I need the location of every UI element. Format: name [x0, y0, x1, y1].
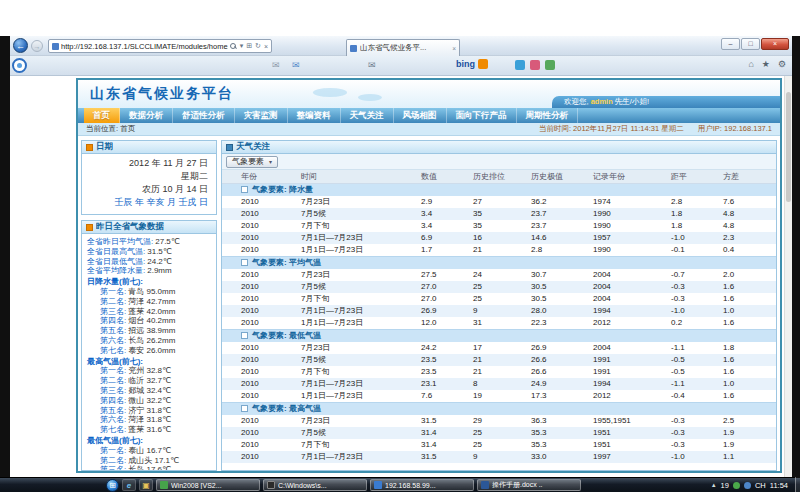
taskbar-window-button[interactable]: 192.168.58.99... — [370, 479, 474, 491]
mail-icon-2[interactable]: ✉ — [292, 60, 300, 70]
browser-tab[interactable]: 山东省气候业务平... × — [346, 39, 460, 56]
mail-icon[interactable]: ✉ — [272, 60, 280, 70]
table-row[interactable]: 20101月1日—7月23日7.61917.32012-0.41.6 — [222, 390, 776, 403]
autocomplete-dropdown-icon[interactable]: ▾ — [240, 42, 244, 50]
group-row[interactable]: 气象要素: 降水量 — [222, 183, 776, 196]
mail-icon-3[interactable]: ✉ — [368, 60, 376, 70]
tray-badge[interactable]: 19 — [721, 481, 729, 490]
taskbar-window-button[interactable]: C:\Windows\s... — [263, 479, 367, 491]
tray-shield-icon[interactable] — [733, 482, 740, 489]
checkbox-icon[interactable] — [241, 186, 248, 193]
nav-item[interactable]: 周期性分析 — [517, 108, 579, 123]
explorer-taskbar-icon[interactable]: ▣ — [139, 479, 153, 491]
column-header[interactable]: 历史排位 — [470, 170, 528, 183]
language-indicator[interactable]: CH — [755, 481, 766, 490]
table-row[interactable]: 20101月1日—7月23日12.03122.320120.21.6 — [222, 317, 776, 330]
column-header[interactable]: 方差 — [720, 170, 776, 183]
vertical-scrollbar[interactable] — [784, 76, 792, 477]
table-row[interactable]: 20107月23日27.52430.72004-0.72.0 — [222, 269, 776, 281]
table-row[interactable]: 20107月1日—7月23日23.1824.91994-1.11.0 — [222, 378, 776, 390]
table-row[interactable]: 20101月1日—7月23日1.7212.81990-0.10.4 — [222, 244, 776, 257]
refresh-icon[interactable]: ↻ — [255, 42, 261, 50]
forward-button[interactable]: → — [31, 40, 43, 52]
nav-item[interactable]: 灾害监测 — [235, 108, 288, 123]
column-header[interactable]: 历史极值 — [528, 170, 590, 183]
maximize-button[interactable]: □ — [741, 38, 760, 50]
taskbar: ⊞ e ▣ Win2008 [VS2...C:\Windows\s...192.… — [0, 477, 800, 492]
table-cell: 29 — [470, 415, 528, 427]
home-icon[interactable]: ⌂ — [748, 59, 753, 69]
table-row[interactable]: 20107月1日—7月23日6.91614.61957-1.02.3 — [222, 232, 776, 244]
table-row[interactable]: 20107月5候23.52126.61991-0.51.6 — [222, 354, 776, 366]
clock[interactable]: 11:54 — [770, 481, 788, 490]
table-row[interactable]: 20107月23日31.52936.31955,1951-0.32.5 — [222, 415, 776, 427]
column-header[interactable]: 记录年份 — [590, 170, 668, 183]
group-row[interactable]: 气象要素: 最低气温 — [222, 329, 776, 342]
url-text[interactable]: http://192.168.137.1/SLCCLIMATE/modules/… — [61, 42, 228, 51]
extension-icon-green[interactable] — [545, 60, 555, 70]
table-cell: 2010 — [238, 293, 298, 305]
nav-item[interactable]: 风场相图 — [394, 108, 447, 123]
row-expand-cell — [222, 366, 238, 378]
group-row[interactable]: 气象要素: 平均气温 — [222, 256, 776, 269]
checkbox-icon[interactable] — [241, 259, 248, 266]
browser-viewport: 山东省气候业务平台 欢迎您, admin 先生/小姐! 首页数据分析舒适性分析灾… — [10, 76, 792, 477]
minimize-button[interactable]: – — [721, 38, 740, 50]
nav-item[interactable]: 整编资料 — [288, 108, 341, 123]
table-row[interactable]: 20107月5候3.43523.719901.84.8 — [222, 208, 776, 220]
nav-item[interactable]: 天气关注 — [341, 108, 394, 123]
column-header[interactable]: 年份 — [238, 170, 298, 183]
taskbar-window-button[interactable]: 操作手册.docx .. — [477, 479, 581, 491]
start-button[interactable]: ⊞ — [106, 479, 119, 492]
extension-icon-orange[interactable] — [478, 59, 488, 69]
address-bar[interactable]: http://192.168.137.1/SLCCLIMATE/modules/… — [48, 39, 272, 53]
extension-icon-blue[interactable] — [515, 60, 525, 70]
table-row[interactable]: 20107月下旬31.42535.31951-0.31.9 — [222, 439, 776, 451]
table-row[interactable]: 20107月下旬3.43523.719901.84.8 — [222, 220, 776, 232]
column-header[interactable]: 数值 — [418, 170, 470, 183]
table-row[interactable]: 20107月5候31.42535.31951-0.31.9 — [222, 427, 776, 439]
table-row[interactable]: 20107月下旬23.52126.61991-0.51.6 — [222, 366, 776, 378]
column-header[interactable]: 时间 — [298, 170, 418, 183]
checkbox-icon[interactable] — [241, 332, 248, 339]
tab-close-icon[interactable]: × — [452, 45, 456, 52]
taskbar-window-button[interactable]: Win2008 [VS2... — [156, 479, 260, 491]
element-filter-button[interactable]: 气象要素 ▾ — [226, 156, 278, 168]
group-title: 气象要素: 最低气温 — [252, 331, 321, 340]
tray-overflow-icon[interactable]: ▲ — [711, 482, 717, 488]
group-row[interactable]: 气象要素: 最高气温 — [222, 402, 776, 415]
weather-panel-body: 全省昨日平均气温:27.5℃全省日最高气温:31.5℃全省日最低气温:24.2℃… — [82, 234, 216, 471]
table-row[interactable]: 20107月23日24.21726.92004-1.11.8 — [222, 342, 776, 354]
table-row[interactable]: 20107月1日—7月23日26.9928.01994-1.01.0 — [222, 305, 776, 317]
system-tray: ▲ 19 CH 11:54 — [711, 481, 800, 490]
ie-taskbar-icon[interactable]: e — [122, 479, 136, 491]
toolbar-logo-icon[interactable] — [12, 58, 27, 73]
nav-item[interactable]: 面向下行产品 — [447, 108, 517, 123]
bing-toolbar[interactable]: bing — [456, 59, 488, 69]
bing-logo[interactable]: bing — [456, 59, 475, 69]
nav-item[interactable]: 舒适性分析 — [173, 108, 235, 123]
table-row[interactable]: 20107月下旬27.02530.52004-0.31.6 — [222, 293, 776, 305]
settings-gear-icon[interactable]: ⚙ — [778, 59, 786, 69]
back-button[interactable]: ← — [13, 38, 28, 53]
rank-item: 第五名:招远 38.9mm — [87, 326, 211, 336]
nav-item[interactable]: 首页 — [84, 108, 120, 123]
extension-icon-pink[interactable] — [530, 60, 540, 70]
table-cell: 21 — [470, 244, 528, 257]
table-row[interactable]: 20107月5候27.02530.52004-0.31.6 — [222, 281, 776, 293]
show-desktop-button[interactable] — [795, 477, 800, 492]
favorites-star-icon[interactable]: ★ — [762, 59, 770, 69]
table-row[interactable]: 20107月23日2.92736.219742.87.6 — [222, 196, 776, 208]
scrollbar-thumb[interactable] — [786, 92, 791, 202]
checkbox-icon[interactable] — [241, 405, 248, 412]
search-icon[interactable] — [230, 43, 237, 50]
close-button[interactable]: × — [761, 38, 789, 50]
table-cell: 22.3 — [528, 317, 590, 330]
compatibility-view-icon[interactable]: ⊞ — [246, 42, 252, 50]
column-header[interactable]: 距平 — [668, 170, 720, 183]
tray-network-icon[interactable] — [744, 482, 751, 489]
table-cell: 7月23日 — [298, 342, 418, 354]
table-row[interactable]: 20107月1日—7月23日31.5933.01997-1.01.1 — [222, 451, 776, 463]
nav-item[interactable]: 数据分析 — [120, 108, 173, 123]
stop-icon[interactable]: × — [264, 43, 268, 50]
